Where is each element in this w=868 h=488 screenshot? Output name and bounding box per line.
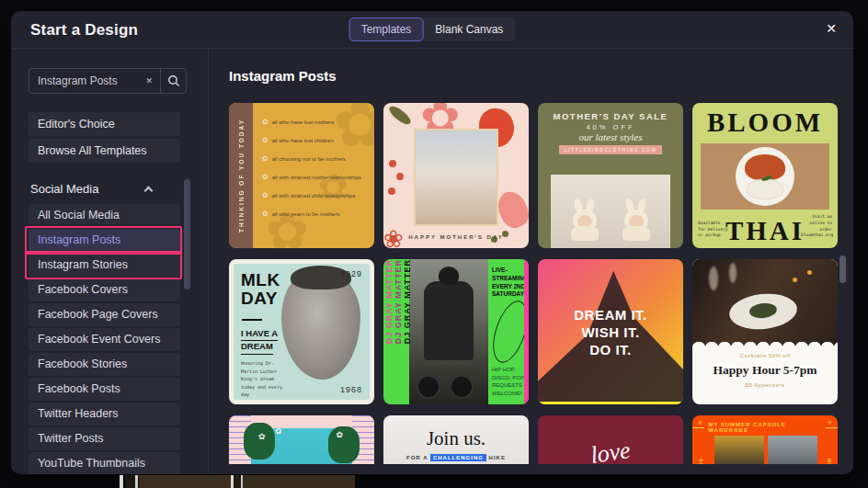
template-bottom-right-text: HIP HOP, DISCO, POP, REQUESTS WELCOME! <box>492 366 527 397</box>
clear-search-icon[interactable]: ✕ <box>138 76 160 85</box>
sidebar-item-twitter-posts[interactable]: Twitter Posts <box>29 427 180 450</box>
templates-panel: Instagram Posts ✿ ✿ ✿ THINKING OF YOU TO… <box>210 49 853 464</box>
background-app-fragment <box>125 475 135 488</box>
template-word-top: BLOOM <box>692 109 838 136</box>
mode-tab-group: Templates Blank Canvas <box>349 17 516 41</box>
template-mlk-day[interactable]: MLK DAY I HAVE A DREAM Honoring Dr. Mart… <box>229 259 374 404</box>
template-title: Happy Hour 5-7pm <box>692 363 838 378</box>
flower-bullet-icon: ✿ <box>262 136 268 144</box>
template-subtitle: FOR A CHALLENGING HIKE <box>383 455 529 460</box>
vertical-label: WARDROBE <box>698 458 703 464</box>
highlight-text: CHALLENGING <box>430 454 486 461</box>
search-box: ✕ <box>29 68 187 94</box>
baby-figure <box>571 202 599 241</box>
vertical-label: THINKING OF YOU TODAY <box>229 103 253 248</box>
template-subtitle: I HAVE A DREAM <box>241 328 278 355</box>
pink-edge-strip <box>524 259 529 404</box>
sidebar-item-facebook-event-covers[interactable]: Facebook Event Covers <box>29 328 180 351</box>
browse-all-templates-button[interactable]: Browse All Templates <box>29 139 180 163</box>
berry-shape <box>396 173 404 180</box>
template-pre-text: Cocktails 50% off <box>692 353 838 358</box>
template-title: MOTHER'S DAY SALE <box>538 111 683 121</box>
search-button[interactable] <box>161 74 186 87</box>
template-happy-mothers-day[interactable]: ✿ ❀ HAPPY MOTHER'S DAY <box>383 103 529 248</box>
section-social-media[interactable]: Social Media <box>30 182 177 199</box>
script-text: love <box>588 437 632 464</box>
modal-title: Start a Design <box>30 11 138 49</box>
template-photo <box>701 143 829 210</box>
content-heading: Instagram Posts <box>229 68 337 84</box>
sidebar-item-facebook-covers[interactable]: Facebook Covers <box>29 278 180 301</box>
template-dj-gray-matter[interactable]: DJ GRAY MATTER DJ GRAY MATTER DJ GRAY MA… <box>383 259 529 404</box>
divider-line <box>242 319 262 321</box>
content-scrollbar[interactable] <box>839 255 846 283</box>
berry-shape <box>389 160 396 167</box>
restaurant-photo <box>692 259 838 347</box>
outfit-photo <box>714 436 764 464</box>
template-dream-wish-do[interactable]: DREAM IT. WISH IT. DO IT. <box>538 259 683 404</box>
sidebar-item-facebook-page-covers[interactable]: Facebook Page Covers <box>29 303 180 326</box>
portrait-photo <box>281 267 360 380</box>
vertical-label: DJ GRAY MATTER <box>402 259 412 404</box>
template-tagline: our latest styles <box>538 131 683 142</box>
editors-choice-button[interactable]: Editor's Choice <box>29 112 180 136</box>
sidebar-item-facebook-stories[interactable]: Facebook Stories <box>29 353 180 376</box>
flower-bullet-icon: ✿ <box>262 173 268 181</box>
template-title: MLK DAY <box>241 271 280 308</box>
template-photo <box>551 175 670 248</box>
sidebar-item-all-social-media[interactable]: All Social Media <box>29 204 180 227</box>
template-caption: HAPPY MOTHER'S DAY <box>383 234 529 240</box>
start-a-design-modal: Start a Design Templates Blank Canvas ✕ … <box>11 11 853 474</box>
template-love-script[interactable]: love <box>538 415 683 464</box>
template-website: LITTLEBIRDCLOTHING.COM <box>559 145 662 154</box>
template-photo <box>414 129 498 226</box>
template-summer-wardrobe[interactable]: + + MY SUMMER CAPSULE WARDROBE WARDROBE … <box>692 415 838 464</box>
year-top: 1929 <box>340 269 362 278</box>
ice-cream-photo: ✿ ✿ ✿ <box>251 428 352 464</box>
tab-blank-canvas[interactable]: Blank Canvas <box>423 17 515 41</box>
close-icon[interactable]: ✕ <box>826 21 837 36</box>
flower-bullet-icon: ✿ <box>262 191 268 199</box>
background-app-fragment <box>139 475 231 488</box>
template-offer: 40% OFF <box>538 123 683 131</box>
search-icon <box>167 74 180 87</box>
sidebar-item-youtube-thumbnails[interactable]: YouTube Thumbnails <box>29 452 180 474</box>
yellow-border-bar <box>538 402 683 404</box>
template-join-us[interactable]: Join us. FOR A CHALLENGING HIKE <box>383 415 529 464</box>
berry-shape <box>388 187 395 195</box>
template-text-list: ✿all who have lost mothers ✿all who have… <box>262 118 369 228</box>
year-bottom: 1968 <box>340 385 362 394</box>
template-mothers-day-sale[interactable]: MOTHER'S DAY SALE 40% OFF our latest sty… <box>538 103 683 248</box>
sidebar-item-instagram-posts[interactable]: Instagram Posts <box>29 229 180 252</box>
sidebar-item-instagram-stories[interactable]: Instagram Stories <box>29 254 180 277</box>
dj-photo <box>409 259 488 404</box>
plate-shape <box>736 147 794 206</box>
modal-header: Start a Design Templates Blank Canvas ✕ <box>11 11 853 49</box>
sidebar-item-twitter-headers[interactable]: Twitter Headers <box>29 403 180 426</box>
template-ice-cream[interactable]: ✿ ✿ ✿ <box>229 415 374 464</box>
background-app-fragment <box>135 475 138 488</box>
search-input[interactable] <box>29 74 138 87</box>
flower-bullet-icon: ✿ <box>262 154 268 163</box>
template-post-text: $5 Appetizers <box>692 382 838 388</box>
flower-bullet-icon: ✿ <box>262 118 268 126</box>
flower-bullet-icon: ✿ <box>262 210 268 218</box>
baby-figure <box>622 202 650 241</box>
template-bloom-thai[interactable]: BLOOM THAI Available for Delivery or pic… <box>692 103 838 248</box>
outfit-photo <box>768 436 817 464</box>
sidebar-item-facebook-posts[interactable]: Facebook Posts <box>29 378 180 401</box>
background-app-fragment <box>120 475 123 488</box>
template-happy-hour[interactable]: Cocktails 50% off Happy Hour 5-7pm $5 Ap… <box>692 259 838 404</box>
template-quote: DREAM IT. WISH IT. DO IT. <box>538 307 683 358</box>
template-note-right: Visit us online to order bloomthai.org <box>801 214 832 239</box>
template-note-left: Available for Delivery or pickup <box>698 221 729 239</box>
ellipse-outline <box>486 297 529 367</box>
template-thinking-of-you[interactable]: ✿ ✿ ✿ THINKING OF YOU TODAY ✿all who hav… <box>229 103 374 248</box>
background-app-fragment <box>234 475 241 488</box>
template-header: MY SUMMER CAPSULE WARDROBE <box>692 422 838 433</box>
sidebar-scrollbar[interactable] <box>184 179 190 289</box>
tab-templates[interactable]: Templates <box>349 17 424 41</box>
vertical-label: MY SUMM <box>827 458 832 464</box>
template-top-right-text: LIVE-STREAMING EVERY 2ND SATURDAY <box>492 267 527 299</box>
sidebar: ✕ Editor's Choice Browse All Templates S… <box>11 49 209 474</box>
